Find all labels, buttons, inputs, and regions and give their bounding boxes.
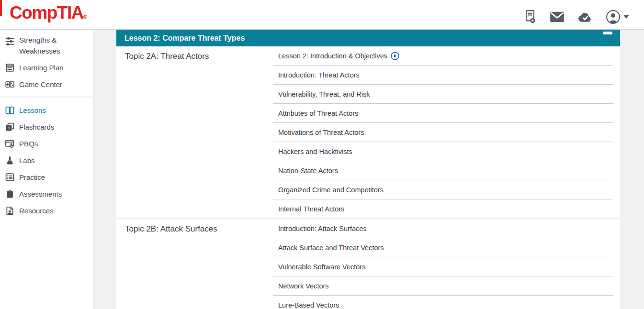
sidebar-item-label: Strengths & Weaknesses (19, 34, 79, 57)
topics-container: Topic 2A: Threat ActorsLesson 2: Introdu… (116, 46, 620, 309)
sidebar-navigation: Strengths & WeaknessesLearning PlanGame … (0, 30, 93, 309)
account-icon[interactable] (606, 10, 621, 24)
lesson-item-row[interactable]: Attributes of Threat Actors (273, 104, 613, 123)
sidebar-item-game-center[interactable]: Game Center (0, 76, 93, 93)
topbar-actions (524, 0, 630, 30)
minus-icon[interactable] (603, 32, 612, 34)
sidebar-item-strengths-weaknesses[interactable]: Strengths & Weaknesses (0, 33, 93, 59)
account-menu[interactable] (606, 10, 630, 24)
topic-title: Topic 2A: Threat Actors (125, 52, 273, 61)
sidebar-item-label: Practice (19, 172, 45, 183)
score-report-icon[interactable] (524, 9, 537, 24)
lesson-item-row[interactable]: Network Vectors (273, 276, 613, 296)
lesson-item-label: Motivations of Threat Actors (278, 129, 364, 136)
labs-icon (4, 155, 15, 166)
lesson-item-row[interactable]: Organized Crime and Competitors (273, 180, 613, 199)
learning-plan-icon (4, 63, 15, 73)
lesson-item-list: Lesson 2: Introduction & ObjectivesIntro… (273, 46, 613, 219)
lesson-item-row[interactable]: Attack Surface and Threat Vectors (273, 238, 613, 257)
assessments-icon (4, 189, 15, 199)
sidebar-item-label: PBQs (19, 138, 38, 149)
sidebar-item-resources[interactable]: Resources (0, 202, 93, 219)
topic-title: Topic 2B: Attack Surfaces (125, 224, 273, 234)
lesson-item-label: Introduction: Threat Actors (278, 71, 360, 79)
practice-icon (4, 172, 15, 183)
sidebar-divider (0, 97, 93, 98)
lesson-item-label: Lure-Based Vectors (278, 301, 339, 309)
lesson-item-row[interactable]: Internal Threat Actors (273, 199, 613, 219)
lesson-item-row[interactable]: Nation-State Actors (273, 161, 613, 180)
sidebar-item-label: Lessons (19, 105, 46, 116)
sidebar-item-lessons[interactable]: Lessons (0, 102, 93, 119)
lesson-item-label: Nation-State Actors (278, 167, 338, 175)
lesson-content-panel: Lesson 2: Compare Threat Types Topic 2A:… (116, 30, 620, 309)
topic-section-1: Topic 2A: Threat ActorsLesson 2: Introdu… (116, 46, 620, 219)
resources-icon (4, 206, 15, 216)
pbqs-icon (4, 139, 15, 149)
sidebar-item-label: Learning Plan (19, 62, 64, 73)
cloud-sync-icon[interactable] (577, 11, 593, 23)
comptia-logo[interactable]: CompTIA® (10, 3, 87, 23)
caret-down-icon[interactable] (623, 14, 630, 19)
sidebar-item-flashcards[interactable]: Flashcards (0, 119, 93, 135)
lesson-item-label: Attributes of Threat Actors (278, 110, 358, 117)
play-circle-icon[interactable] (391, 52, 399, 60)
lesson-item-label: Internal Threat Actors (278, 205, 344, 213)
topic-title-column: Topic 2A: Threat Actors (116, 46, 273, 219)
sidebar-item-practice[interactable]: Practice (0, 169, 93, 186)
lesson-item-label: Attack Surface and Threat Vectors (278, 244, 384, 252)
topic-section-2: Topic 2B: Attack SurfacesIntroduction: A… (116, 219, 620, 309)
lesson-item-row[interactable]: Vulnerability, Threat, and Risk (273, 85, 613, 104)
sidebar-item-label: Flashcards (19, 121, 54, 132)
top-navigation-bar: CompTIA® (0, 0, 644, 30)
topic-title-column: Topic 2B: Attack Surfaces (116, 219, 273, 309)
comptia-logo-text: CompTIA (10, 3, 83, 22)
sidebar-item-assessments[interactable]: Assessments (0, 186, 93, 202)
lesson-item-row[interactable]: Lesson 2: Introduction & Objectives (273, 46, 613, 66)
messages-icon[interactable] (550, 11, 565, 23)
sidebar-item-label: Game Center (19, 79, 62, 90)
registered-mark: ® (83, 14, 87, 20)
sidebar-item-pbqs[interactable]: PBQs (0, 135, 93, 152)
game-center-icon (4, 79, 15, 90)
lesson-item-label: Organized Crime and Competitors (278, 186, 384, 194)
lesson-item-row[interactable]: Introduction: Threat Actors (273, 66, 613, 85)
edge-accent (0, 0, 2, 16)
flashcards-icon (4, 122, 15, 132)
lesson-item-label: Vulnerable Software Vectors (278, 263, 365, 271)
lesson-item-row[interactable]: Vulnerable Software Vectors (273, 257, 613, 276)
lesson-item-label: Hackers and Hacktivists (278, 148, 352, 155)
lesson-item-row[interactable]: Motivations of Threat Actors (273, 123, 613, 142)
lesson-item-label: Vulnerability, Threat, and Risk (278, 90, 370, 98)
lessons-icon (4, 105, 15, 116)
sidebar-main-group: LessonsFlashcardsPBQsLabsPracticeAssessm… (0, 102, 93, 219)
lesson-item-label: Lesson 2: Introduction & Objectives (278, 52, 387, 60)
sidebar-item-learning-plan[interactable]: Learning Plan (0, 59, 93, 76)
lesson-item-list: Introduction: Attack SurfacesAttack Surf… (273, 219, 613, 309)
lesson-header-title: Lesson 2: Compare Threat Types (124, 34, 245, 43)
sidebar-item-label: Assessments (19, 188, 62, 199)
sidebar-item-labs[interactable]: Labs (0, 152, 93, 169)
lesson-item-label: Network Vectors (278, 282, 329, 290)
lesson-item-row[interactable]: Hackers and Hacktivists (273, 142, 613, 161)
lesson-item-row[interactable]: Lure-Based Vectors (273, 296, 613, 309)
sidebar-top-group: Strengths & WeaknessesLearning PlanGame … (0, 33, 93, 93)
lesson-item-row[interactable]: Introduction: Attack Surfaces (273, 219, 613, 238)
sidebar-item-label: Resources (19, 205, 54, 216)
lesson-item-label: Introduction: Attack Surfaces (278, 225, 367, 232)
strengths-weaknesses-icon (4, 36, 15, 46)
sidebar-item-label: Labs (19, 155, 35, 166)
lesson-header-bar[interactable]: Lesson 2: Compare Threat Types (116, 30, 620, 46)
